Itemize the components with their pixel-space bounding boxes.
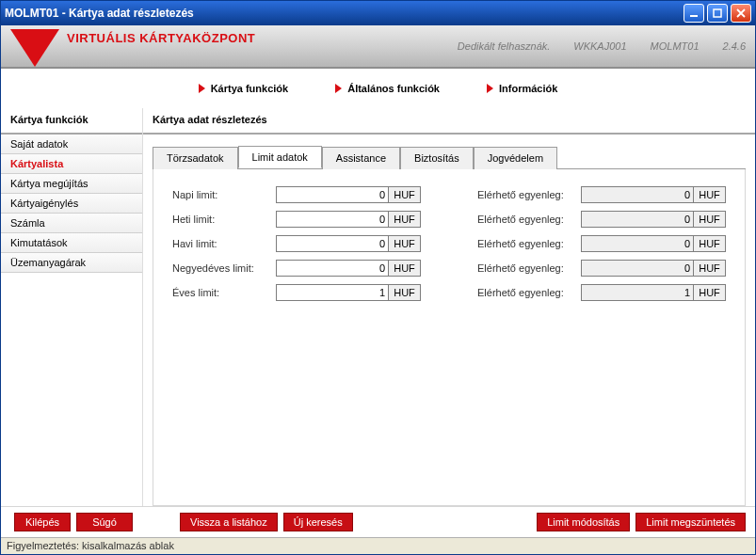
havi-balance-output — [581, 235, 694, 252]
svg-rect-1 — [714, 9, 721, 17]
balance-label: Elérhető egyenleg: — [477, 262, 581, 274]
chevron-right-icon — [487, 84, 493, 93]
balance-label: Elérhető egyenleg: — [477, 189, 581, 200]
tab-assistance[interactable]: Assistance — [322, 147, 400, 169]
currency-unit: HUF — [694, 284, 726, 301]
sidebar-item-label: Saját adatok — [10, 138, 68, 150]
topnav-kartya-funkciok[interactable]: Kártya funkciók — [199, 83, 289, 94]
banner-meta: Dedikált felhasznák. WKKAJ001 MOLMT01 2.… — [458, 40, 746, 52]
tab-label: Limit adatok — [252, 151, 308, 163]
currency-unit: HUF — [389, 211, 421, 228]
brand-text: VIRTUÁLIS KÁRTYAKÖZPONT — [67, 31, 255, 45]
window-controls — [684, 4, 751, 23]
main-panel: Kártya adat részletezés Törzsadatok Limi… — [143, 108, 755, 506]
topnav-label: Információk — [499, 83, 557, 94]
currency-unit: HUF — [389, 260, 421, 277]
currency-unit: HUF — [694, 186, 726, 203]
footer: Kilépés Súgó Vissza a listához Új keresé… — [1, 506, 755, 537]
app-window: MOLMT01 - Kártya adat részletezés VIRTUÁ… — [0, 0, 756, 555]
currency-unit: HUF — [694, 260, 726, 277]
vissza-button[interactable]: Vissza a listához — [180, 513, 278, 531]
sidebar-item-kimutatasok[interactable]: Kimutatások — [1, 233, 142, 253]
tab-label: Assistance — [336, 152, 386, 164]
tabstrip: Törzsadatok Limit adatok Assistance Bizt… — [153, 146, 746, 169]
eves-limit-input[interactable] — [276, 284, 389, 301]
tab-label: Biztosítás — [414, 152, 459, 164]
tab-biztositas[interactable]: Biztosítás — [400, 147, 474, 169]
titlebar: MOLMT01 - Kártya adat részletezés — [1, 1, 755, 25]
svg-rect-0 — [690, 15, 698, 17]
havi-limit-label: Havi limit: — [172, 238, 276, 249]
topnav-altalanos-funkciok[interactable]: Általános funkciók — [335, 83, 440, 94]
sidebar-item-label: Kártyalista — [10, 158, 63, 169]
limit-modositas-button[interactable]: Limit módosítás — [537, 513, 630, 531]
tab-torzsadatok[interactable]: Törzsadatok — [153, 147, 238, 169]
dedicated-label: Dedikált felhasznák. — [458, 40, 550, 52]
chevron-right-icon — [199, 84, 205, 93]
balance-label: Elérhető egyenleg: — [477, 238, 581, 249]
terminal-id: MOLMT01 — [651, 40, 700, 52]
sidebar-item-kartyaigenyles[interactable]: Kártyaigénylés — [1, 194, 142, 214]
currency-unit: HUF — [389, 186, 421, 203]
napi-limit-label: Napi limit: — [172, 189, 276, 200]
tab-label: Törzsadatok — [167, 152, 224, 164]
tab-limit-adatok[interactable]: Limit adatok — [238, 146, 322, 168]
sidebar: Kártya funkciók Saját adatok Kártyalista… — [1, 108, 143, 506]
page-title: Kártya adat részletezés — [143, 108, 755, 135]
sidebar-item-szamla[interactable]: Számla — [1, 214, 142, 233]
topnav-label: Kártya funkciók — [211, 83, 289, 94]
maximize-icon — [713, 8, 722, 18]
currency-unit: HUF — [694, 211, 726, 228]
app-version: 2.4.6 — [723, 40, 746, 52]
minimize-button[interactable] — [684, 4, 704, 23]
logo-icon — [10, 29, 59, 67]
eves-limit-label: Éves limit: — [172, 287, 276, 298]
sidebar-item-sajat-adatok[interactable]: Saját adatok — [1, 135, 142, 154]
napi-limit-input[interactable] — [276, 186, 389, 203]
sidebar-item-label: Kimutatások — [10, 237, 68, 248]
eves-balance-output — [581, 284, 694, 301]
topnav-label: Általános funkciók — [347, 83, 440, 94]
balance-label: Elérhető egyenleg: — [477, 214, 581, 225]
tab-body: Napi limit: HUF Elérhető egyenleg: HUF H… — [153, 169, 746, 506]
top-nav: Kártya funkciók Általános funkciók Infor… — [1, 69, 755, 108]
dedicated-value: WKKAJ001 — [573, 40, 626, 52]
maximize-button[interactable] — [707, 4, 728, 23]
sidebar-item-uzemanyagarak[interactable]: Üzemanyagárak — [1, 253, 142, 273]
sidebar-item-label: Üzemanyagárak — [10, 257, 86, 268]
statusbar: Figyelmeztetés: kisalkalmazás ablak — [1, 537, 755, 554]
minimize-icon — [689, 8, 699, 18]
banner: VIRTUÁLIS KÁRTYAKÖZPONT Dedikált felhasz… — [1, 25, 755, 69]
sidebar-item-kartya-megujitas[interactable]: Kártya megújítás — [1, 174, 142, 194]
heti-limit-label: Heti limit: — [172, 214, 276, 225]
close-button[interactable] — [731, 4, 751, 23]
tab-label: Jogvédelem — [488, 152, 543, 164]
currency-unit: HUF — [694, 235, 726, 252]
tab-jogvedelem[interactable]: Jogvédelem — [474, 147, 557, 169]
sidebar-item-label: Kártyaigénylés — [10, 198, 78, 209]
chevron-right-icon — [335, 84, 342, 93]
window-title: MOLMT01 - Kártya adat részletezés — [5, 7, 194, 20]
heti-limit-input[interactable] — [276, 211, 389, 228]
sidebar-item-kartyalista[interactable]: Kártyalista — [1, 154, 142, 174]
close-icon — [736, 8, 746, 18]
havi-limit-input[interactable] — [276, 235, 389, 252]
negyedeves-balance-output — [581, 260, 694, 277]
balance-label: Elérhető egyenleg: — [477, 287, 581, 298]
topnav-informaciok[interactable]: Információk — [487, 83, 557, 94]
negyedeves-limit-input[interactable] — [276, 260, 389, 277]
sidebar-title: Kártya funkciók — [1, 108, 142, 135]
sidebar-item-label: Számla — [10, 217, 45, 229]
heti-balance-output — [581, 211, 694, 228]
currency-unit: HUF — [389, 284, 421, 301]
sidebar-item-label: Kártya megújítás — [10, 178, 88, 189]
ujkereses-button[interactable]: Új keresés — [283, 513, 353, 531]
currency-unit: HUF — [389, 235, 421, 252]
sugo-button[interactable]: Súgó — [76, 513, 133, 531]
limit-megszuntetes-button[interactable]: Limit megszüntetés — [635, 513, 746, 531]
napi-balance-output — [581, 186, 694, 203]
kilepes-button[interactable]: Kilépés — [14, 513, 71, 531]
negyedeves-limit-label: Negyedéves limit: — [172, 262, 276, 274]
